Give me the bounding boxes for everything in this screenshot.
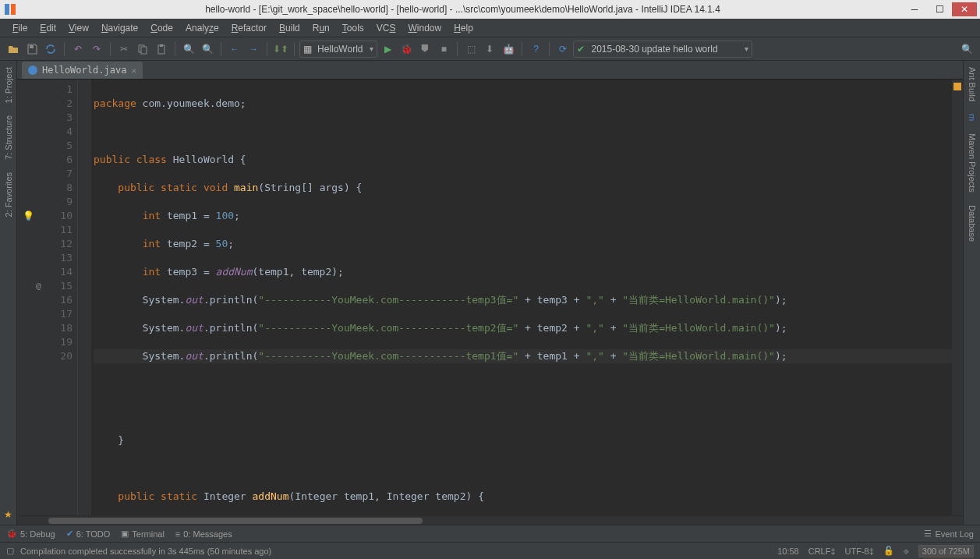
editor-left-margin: 💡 (17, 80, 39, 515)
replace-icon[interactable]: 🔍 (199, 41, 216, 58)
coverage-icon[interactable]: ⛊ (416, 41, 433, 58)
stop-icon[interactable]: ■ (435, 41, 452, 58)
line-number: 14 (39, 265, 73, 279)
svg-rect-6 (160, 44, 163, 47)
separator (522, 42, 522, 56)
build-icon[interactable]: ⬇⬆ (272, 41, 289, 58)
back-icon[interactable]: ← (226, 41, 243, 58)
vcs-commit-combo[interactable]: ✔ 2015-08-30 update hello world (573, 41, 752, 58)
status-message: Compilation completed successfully in 3s… (20, 547, 271, 556)
find-icon[interactable]: 🔍 (180, 41, 197, 58)
separator (549, 42, 550, 56)
maximize-button[interactable]: ☐ (927, 2, 952, 16)
main-toolbar: ↶ ↷ ✂ 🔍 🔍 ← → ⬇⬆ ▦ HelloWorld ▶ 🐞 ⛊ ■ ⬚ … (0, 37, 980, 61)
menu-vcs[interactable]: VCS (370, 21, 402, 35)
tool-structure[interactable]: 7: Structure (2, 109, 15, 166)
tool-favorites[interactable]: 2: Favorites (2, 166, 15, 223)
open-icon[interactable] (5, 41, 22, 58)
menu-file[interactable]: File (6, 21, 34, 35)
menu-refactor[interactable]: Refactor (225, 21, 273, 35)
intention-bulb-icon[interactable]: 💡 (17, 209, 39, 223)
status-insert-icon[interactable]: ⎆ (904, 547, 909, 556)
line-number: 9 (39, 195, 73, 209)
app-logo-icon (3, 2, 17, 16)
scrollbar-thumb[interactable] (48, 518, 423, 524)
copy-icon[interactable] (134, 41, 151, 58)
line-gutter[interactable]: 1 2 3 4 5 6 7 8 9 10 11 12 13 14 @15 16 … (39, 80, 78, 515)
line-number: 4 (39, 125, 73, 139)
editor-region: HelloWorld.java ✕ 💡 1 2 3 4 5 6 7 8 9 (17, 61, 963, 525)
avd-icon[interactable]: ⬚ (462, 41, 479, 58)
event-log-icon: ☰ (924, 529, 932, 539)
menu-navigate[interactable]: Navigate (95, 21, 144, 35)
tool-project[interactable]: 1: Project (2, 61, 15, 109)
redo-icon[interactable]: ↷ (88, 41, 105, 58)
status-encoding[interactable]: UTF-8‡ (845, 547, 874, 556)
tool-ant-build[interactable]: Ant Build (966, 61, 978, 108)
tool-todo[interactable]: ✔6: TODO (66, 529, 111, 539)
right-tool-strip: Ant Build m Maven Projects Database (963, 61, 980, 525)
editor-body: 💡 1 2 3 4 5 6 7 8 9 10 11 12 13 14 @15 1… (17, 80, 963, 515)
error-stripe[interactable] (952, 80, 963, 515)
line-number: 11 (39, 223, 73, 237)
menu-edit[interactable]: Edit (34, 21, 62, 35)
menu-window[interactable]: Window (402, 21, 448, 35)
svg-rect-2 (30, 45, 34, 48)
code-editor[interactable]: package com.youmeek.demo; public class H… (90, 80, 952, 515)
cut-icon[interactable]: ✂ (115, 41, 133, 58)
line-number: 8 (39, 181, 73, 195)
separator (110, 42, 111, 56)
close-button[interactable]: ✕ (952, 2, 977, 16)
help-icon[interactable]: ? (527, 41, 544, 58)
menu-build[interactable]: Build (273, 21, 306, 35)
run-config-combo[interactable]: ▦ HelloWorld (299, 41, 377, 58)
tool-messages[interactable]: ≡0: Messages (175, 529, 232, 539)
status-tool-windows-icon[interactable]: ▢ (6, 546, 14, 556)
menu-analyze[interactable]: Analyze (179, 21, 225, 35)
run-icon[interactable]: ▶ (379, 41, 396, 58)
status-caret-position[interactable]: 10:58 (777, 547, 799, 556)
undo-icon[interactable]: ↶ (69, 41, 87, 58)
line-number: 19 (39, 335, 73, 349)
sdk-icon[interactable]: ⬇ (481, 41, 498, 58)
fold-column[interactable] (78, 80, 90, 515)
run-config-icon: ▦ (303, 44, 312, 55)
line-number: 6 (39, 153, 73, 167)
menu-help[interactable]: Help (448, 21, 479, 35)
search-everywhere-icon[interactable]: 🔍 (958, 41, 975, 58)
paste-icon[interactable] (153, 41, 170, 58)
star-icon: ★ (4, 509, 12, 520)
tool-maven[interactable]: m (966, 108, 978, 127)
minimize-button[interactable]: ─ (902, 2, 927, 16)
separator (457, 42, 458, 56)
status-line-separator[interactable]: CRLF‡ (808, 547, 836, 556)
line-number: 16 (39, 293, 73, 307)
debug-icon: 🐞 (6, 529, 17, 539)
menu-tools[interactable]: Tools (336, 21, 370, 35)
editor-tabs: HelloWorld.java ✕ (17, 61, 963, 80)
tool-event-log[interactable]: ☰Event Log (924, 529, 974, 539)
editor-tab[interactable]: HelloWorld.java ✕ (22, 62, 143, 79)
tab-filename: HelloWorld.java (42, 65, 126, 76)
tool-terminal[interactable]: ▣Terminal (121, 529, 165, 539)
debug-icon[interactable]: 🐞 (398, 41, 415, 58)
tool-database[interactable]: Database (966, 199, 978, 248)
status-lock-icon[interactable]: 🔓 (883, 546, 894, 556)
menu-code[interactable]: Code (144, 21, 179, 35)
status-memory[interactable]: 300 of 725M (918, 545, 974, 557)
android-icon[interactable]: 🤖 (500, 41, 517, 58)
forward-icon[interactable]: → (245, 41, 262, 58)
separator (294, 42, 295, 56)
menu-run[interactable]: Run (306, 21, 336, 35)
save-all-icon[interactable] (23, 41, 41, 58)
terminal-icon: ▣ (121, 529, 129, 539)
tool-debug[interactable]: 🐞5: Debug (6, 529, 55, 539)
vcs-update-icon[interactable]: ⟳ (554, 41, 571, 58)
tool-maven-projects[interactable]: Maven Projects (966, 127, 978, 199)
sync-icon[interactable] (42, 41, 59, 58)
menu-view[interactable]: View (62, 21, 95, 35)
svg-rect-4 (141, 47, 147, 54)
override-icon: @ (36, 279, 41, 293)
tab-close-icon[interactable]: ✕ (131, 65, 136, 76)
horizontal-scrollbar[interactable] (17, 515, 963, 525)
